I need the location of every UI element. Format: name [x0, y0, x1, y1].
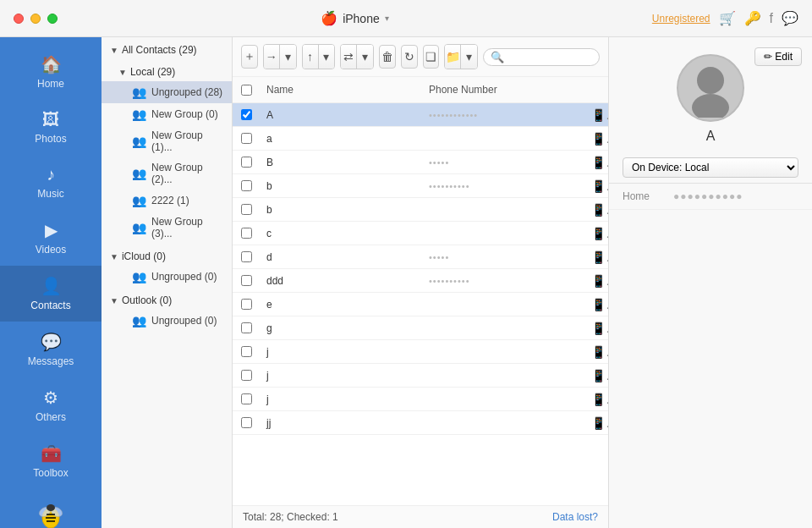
row-checkbox[interactable] [241, 180, 252, 191]
sidebar-item-contacts[interactable]: 👤 Contacts [0, 266, 102, 322]
table-row[interactable]: d•••••📱 [233, 245, 608, 269]
row-name: j [260, 391, 422, 408]
group-2222[interactable]: 👥 2222 (1) [102, 190, 232, 212]
table-row[interactable]: A••••••••••••📱 [233, 103, 608, 127]
row-checkbox[interactable] [241, 322, 252, 333]
export-button[interactable]: ↑ [303, 45, 319, 69]
table-row[interactable]: B•••••📱 [233, 151, 608, 174]
group-new-1[interactable]: 👥 New Group (1)... [102, 125, 232, 157]
table-row[interactable]: a📱 [233, 127, 608, 151]
all-contacts-header[interactable]: ▼ All Contacts (29) [102, 37, 232, 59]
group-new2-label: New Group (2)... [151, 162, 223, 185]
transfer-button[interactable]: ⇄ [341, 45, 357, 69]
group-icloud-ungrouped[interactable]: 👥 Ungrouped (0) [102, 266, 232, 288]
group-new-2[interactable]: 👥 New Group (2)... [102, 157, 232, 190]
search-input[interactable] [508, 51, 592, 63]
footer-total: Total: 28; Checked: 1 [243, 511, 338, 523]
add-button[interactable]: ＋ [241, 45, 258, 69]
row-checkbox[interactable] [241, 393, 252, 404]
row-checkbox[interactable] [241, 275, 252, 286]
row-checkbox[interactable] [241, 251, 252, 262]
table-row[interactable]: b••••••••••📱 [233, 174, 608, 198]
edit-button[interactable]: ✏ Edit [754, 47, 802, 66]
chat-icon[interactable]: 💬 [782, 10, 798, 26]
photos-icon: 🖼 [42, 110, 59, 129]
import-button[interactable]: → [264, 45, 280, 69]
table-row[interactable]: ddd••••••••••📱 [233, 269, 608, 293]
table-row[interactable]: j📱 [233, 364, 608, 388]
table-row[interactable]: j📱 [233, 388, 608, 411]
select-all-checkbox[interactable] [241, 85, 252, 96]
icloud-triangle: ▼ [110, 252, 118, 261]
copy-icon: ❏ [425, 50, 436, 63]
table-row[interactable]: b📱 [233, 198, 608, 222]
contact-location: On Device: LocaliCloudOutlook [609, 152, 812, 184]
group-new-0[interactable]: 👥 New Group (0) [102, 103, 232, 125]
refresh-button[interactable]: ↻ [401, 45, 418, 69]
data-lost-link[interactable]: Data lost? [552, 511, 598, 523]
header-device [584, 80, 608, 99]
row-phone: ••••• [422, 250, 584, 265]
key-icon[interactable]: 🔑 [744, 10, 761, 26]
table-row[interactable]: j📱 [233, 340, 608, 364]
transfer-chevron-button[interactable]: ▾ [357, 45, 373, 69]
minimize-button[interactable] [30, 14, 41, 24]
unregistered-link[interactable]: Unregistered [652, 13, 710, 25]
row-phone: •••••••••••• [422, 107, 584, 123]
row-device-icon: 📱 [584, 106, 608, 124]
row-checkbox-cell [233, 391, 260, 407]
group-new0-label: New Group (0) [151, 108, 218, 120]
group-new-3[interactable]: 👥 New Group (3)... [102, 212, 232, 244]
sidebar: 🏠 Home 🖼 Photos ♪ Music ▶ Videos 👤 Conta… [0, 37, 102, 528]
device-chevron-icon[interactable]: ▾ [385, 14, 389, 23]
row-checkbox[interactable] [241, 204, 252, 215]
outlook-header[interactable]: ▼ Outlook (0) [102, 288, 232, 310]
delete-button[interactable]: 🗑 [379, 45, 396, 69]
local-triangle: ▼ [118, 68, 127, 77]
import-chevron-button[interactable]: ▾ [280, 45, 296, 69]
group-new2-icon: 👥 [132, 167, 146, 180]
table-row[interactable]: jj📱 [233, 411, 608, 435]
groups-panel: ▼ All Contacts (29) ▼ Local (29) 👥 Ungro… [102, 37, 233, 528]
copy-button[interactable]: ❏ [423, 45, 440, 69]
row-device-icon: 📱 [584, 129, 608, 148]
sidebar-item-others[interactable]: ⚙ Others [0, 377, 102, 433]
group-ungrouped[interactable]: 👥 Ungrouped (28) [102, 81, 232, 103]
cart-icon[interactable]: 🛒 [719, 10, 736, 26]
folder-button[interactable]: 📁 [445, 45, 461, 69]
location-select[interactable]: On Device: LocaliCloudOutlook [623, 157, 798, 178]
table-row[interactable]: g📱 [233, 316, 608, 340]
row-checkbox[interactable] [241, 417, 252, 428]
local-header[interactable]: ▼ Local (29) [102, 59, 232, 81]
close-button[interactable] [14, 14, 24, 24]
more-chevron-button[interactable]: ▾ [461, 45, 477, 69]
table-row[interactable]: e📱 [233, 293, 608, 316]
row-phone [422, 373, 584, 378]
detail-panel: ✏ Edit A On Device: LocaliCloudOutlook H… [609, 37, 812, 528]
row-checkbox-cell [233, 201, 260, 217]
row-checkbox[interactable] [241, 133, 252, 144]
maximize-button[interactable] [47, 14, 58, 24]
sidebar-item-photos[interactable]: 🖼 Photos [0, 100, 102, 155]
icloud-header[interactable]: ▼ iCloud (0) [102, 244, 232, 266]
search-box[interactable]: 🔍 [483, 48, 600, 66]
row-phone [422, 349, 584, 355]
export-chevron-button[interactable]: ▾ [319, 45, 335, 69]
row-checkbox[interactable] [241, 109, 252, 120]
sidebar-item-music[interactable]: ♪ Music [0, 155, 102, 210]
row-name: d [260, 249, 422, 266]
table-row[interactable]: c📱 [233, 222, 608, 245]
row-device-icon: 📱 [584, 224, 608, 243]
sidebar-label-messages: Messages [28, 355, 74, 367]
sidebar-item-messages[interactable]: 💬 Messages [0, 322, 102, 377]
sidebar-item-home[interactable]: 🏠 Home [0, 44, 102, 100]
row-checkbox[interactable] [241, 228, 252, 239]
row-checkbox[interactable] [241, 346, 252, 357]
sidebar-item-videos[interactable]: ▶ Videos [0, 210, 102, 266]
row-checkbox[interactable] [241, 370, 252, 381]
sidebar-item-toolbox[interactable]: 🧰 Toolbox [0, 433, 102, 489]
row-checkbox[interactable] [241, 299, 252, 310]
row-checkbox[interactable] [241, 157, 252, 168]
facebook-icon[interactable]: f [770, 11, 773, 26]
group-outlook-ungrouped[interactable]: 👥 Ungrouped (0) [102, 310, 232, 332]
